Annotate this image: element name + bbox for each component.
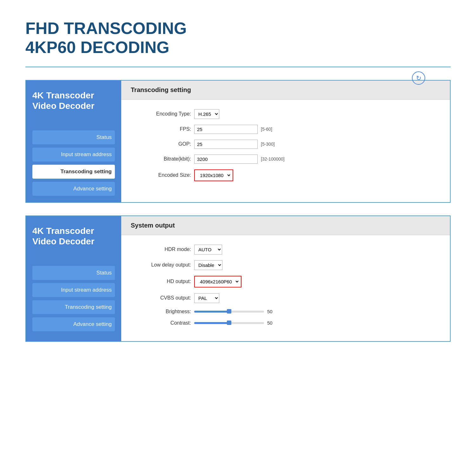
bitrate-input[interactable] [194,155,258,164]
gop-label: GOP: [137,141,191,147]
low-delay-label: Low delay output: [137,262,191,268]
encoding-type-label: Encoding Type: [137,111,191,117]
sidebar-item-advance-1[interactable]: Advance setting [32,182,115,196]
panel1-main: Transcoding setting Encoding Type: H.265… [121,81,450,202]
low-delay-row: Low delay output: Disable Enable [137,260,434,270]
contrast-value: 50 [267,320,277,326]
hd-output-row: HD output: 4096x2160P60 3840x2160P60 192… [137,276,434,288]
bitrate-range: [32-100000] [261,156,285,162]
transcoding-panel: 4K Transcoder Video Decoder Status Input… [25,80,451,203]
encoded-size-highlight: 1920x1080 3840x2160 1280x720 [194,169,233,181]
contrast-slider-fill [194,322,229,324]
contrast-slider-thumb[interactable] [227,321,231,325]
bitrate-row: Bitrate(kbit): [32-100000] [137,155,434,164]
fps-label: FPS: [137,126,191,132]
cvbs-output-row: CVBS output: PAL NTSC [137,293,434,303]
cvbs-output-label: CVBS output: [137,295,191,301]
encoding-type-select[interactable]: H.265 H.264 [194,109,219,119]
panel1-section-header: Transcoding setting [121,81,450,100]
bitrate-label: Bitrate(kbit): [137,156,191,162]
panel1-section-body: Encoding Type: H.265 H.264 FPS: [5-60] G… [121,100,450,202]
hdr-mode-label: HDR mode: [137,247,191,252]
fps-input[interactable] [194,125,258,134]
sidebar-item-input-stream-1[interactable]: Input stream address [32,148,115,162]
gop-row: GOP: [5-300] [137,140,434,149]
page-title: FHD TRANSCODING 4KP60 DECODING [25,19,451,57]
sidebar-item-transcoding-2[interactable]: Transcoding setting [32,300,115,314]
hdr-mode-row: HDR mode: AUTO HDR10 SDR [137,245,434,255]
panel2-section-body: HDR mode: AUTO HDR10 SDR Low delay outpu… [121,235,450,341]
refresh-icon[interactable]: ↻ [412,71,425,85]
contrast-slider-container: 50 [194,320,277,326]
panel2-sidebar-title: 4K Transcoder Video Decoder [32,226,115,247]
fps-row: FPS: [5-60] [137,125,434,134]
encoded-size-select[interactable]: 1920x1080 3840x2160 1280x720 [196,171,231,180]
encoded-size-row: Encoded Size: 1920x1080 3840x2160 1280x7… [137,169,434,181]
sidebar-item-status-1[interactable]: Status [32,130,115,144]
sidebar-item-input-stream-2[interactable]: Input stream address [32,283,115,297]
sidebar-item-transcoding-1[interactable]: Transcoding setting [32,165,115,179]
encoding-type-row: Encoding Type: H.265 H.264 [137,109,434,119]
encoded-size-label: Encoded Size: [137,172,191,178]
panel1-sidebar: 4K Transcoder Video Decoder Status Input… [26,81,121,202]
divider [25,67,451,67]
sidebar-item-advance-2[interactable]: Advance setting [32,317,115,331]
hdr-mode-select[interactable]: AUTO HDR10 SDR [194,245,222,255]
fps-range: [5-60] [261,127,272,132]
brightness-value: 50 [267,309,277,314]
panel2-sidebar: 4K Transcoder Video Decoder Status Input… [26,216,121,341]
hd-output-select[interactable]: 4096x2160P60 3840x2160P60 1920x1080P60 [196,277,240,286]
contrast-row: Contrast: 50 [137,320,434,326]
gop-range: [5-300] [261,142,275,147]
gop-input[interactable] [194,140,258,149]
brightness-label: Brightness: [137,309,191,314]
hd-output-highlight: 4096x2160P60 3840x2160P60 1920x1080P60 [194,276,241,288]
brightness-slider-fill [194,311,229,313]
brightness-slider-container: 50 [194,309,277,314]
panel2-section-header: System output [121,216,450,235]
panel2-main: System output HDR mode: AUTO HDR10 SDR L… [121,216,450,341]
brightness-slider-track[interactable] [194,311,264,313]
sidebar-item-status-2[interactable]: Status [32,266,115,280]
brightness-slider-thumb[interactable] [227,309,231,314]
low-delay-select[interactable]: Disable Enable [194,260,222,270]
system-output-panel: 4K Transcoder Video Decoder Status Input… [25,215,451,342]
contrast-label: Contrast: [137,320,191,326]
brightness-row: Brightness: 50 [137,309,434,314]
panel1-sidebar-title: 4K Transcoder Video Decoder [32,90,115,111]
contrast-slider-track[interactable] [194,322,264,324]
hd-output-label: HD output: [137,279,191,284]
cvbs-output-select[interactable]: PAL NTSC [194,293,219,303]
